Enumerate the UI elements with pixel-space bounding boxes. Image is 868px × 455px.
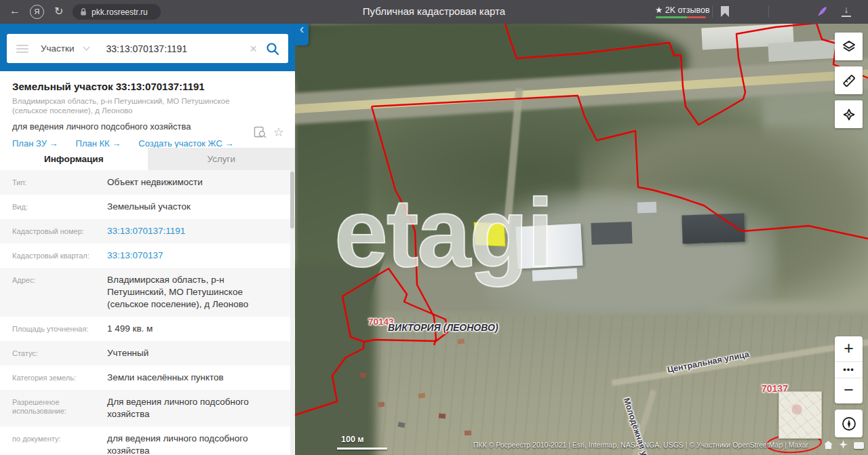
search-icon[interactable]: [265, 41, 280, 56]
house-roof: [439, 414, 446, 419]
table-row: Площадь уточненная:1 499 кв. м: [0, 317, 295, 341]
house-roof: [359, 372, 367, 378]
boundary-snt-tail: [295, 342, 364, 415]
street-label-central: Центральная улица: [667, 349, 750, 374]
street-label-molodezhnaya: Молодёжная улица: [622, 397, 656, 455]
layers-button[interactable]: [835, 33, 863, 60]
table-row: Кадастровый номер:33:13:070137:1191: [0, 219, 295, 243]
table-row: Вид:Земельный участок: [0, 195, 295, 219]
parcel-card: Земельный участок 33:13:070137:1191 Влад…: [0, 71, 295, 149]
extract-search-icon[interactable]: [254, 126, 267, 138]
satellite-field: [580, 125, 868, 302]
house-roof: [397, 422, 405, 428]
create-zhs-link[interactable]: Создать участок ЖС →: [138, 138, 233, 149]
zoom-in-button[interactable]: +: [835, 336, 863, 361]
warehouse-building: [532, 268, 578, 281]
compass-icon: [840, 415, 858, 433]
maxar-scribble: [766, 433, 821, 454]
crosshair-star-icon: [841, 106, 857, 123]
satellite-forest: [295, 24, 688, 105]
ruler-icon: [841, 73, 857, 89]
selected-parcel-highlight[interactable]: [474, 222, 505, 246]
quarter-number-label: 70143: [368, 317, 394, 327]
map-canvas[interactable]: etagi 70143 ВИКТОРИЯ (ЛЕОНОВО) 70137 Цен…: [295, 24, 868, 455]
search-area: Участки 33:13:070137:1191 ×: [0, 24, 295, 71]
house-roof: [418, 393, 425, 399]
table-row: Разрешенное использование:Для ведения ли…: [0, 390, 295, 427]
my-location-button[interactable]: [835, 410, 863, 437]
cadastral-number-link[interactable]: 33:13:070137:1191: [107, 225, 284, 237]
plan-kk-link[interactable]: План КК →: [76, 138, 121, 149]
reviews-badge[interactable]: ★ 2K отзывов: [655, 5, 710, 15]
search-box: Участки 33:13:070137:1191 ×: [7, 34, 288, 63]
warehouse-building: [515, 224, 583, 269]
tabs-bar: Информация Услуги: [0, 148, 295, 170]
zoom-more-button[interactable]: •••: [835, 361, 863, 378]
highway-corridor: [295, 56, 868, 125]
scale-label: 100 м: [341, 435, 364, 444]
toolbar-divider: [712, 5, 713, 18]
tab-services[interactable]: Услуги: [148, 148, 296, 170]
search-category-dropdown[interactable]: Участки: [41, 43, 75, 54]
boundary-parcel-south: [372, 96, 868, 239]
satellite-forest: [295, 264, 376, 455]
etagi-watermark: etagi: [334, 185, 552, 281]
frame-icon: [854, 442, 864, 449]
building: [701, 24, 793, 50]
molodezhnaya-road: [620, 390, 656, 455]
house-roof: [458, 338, 465, 344]
clear-search-icon[interactable]: ×: [250, 41, 257, 56]
pkk-app-window: ← Я ↻ pkk.rosreestr.ru Публичная кадастр…: [0, 0, 868, 455]
cadastral-quarter-link[interactable]: 33:13:070137: [107, 250, 284, 262]
boundary-snt-polygon: [342, 269, 448, 342]
building: [768, 39, 844, 62]
reviews-rating-bar: [656, 16, 706, 18]
position-button[interactable]: [835, 100, 863, 128]
page-title: Публичная кадастровая карта: [0, 5, 868, 17]
building: [682, 213, 745, 243]
cadastral-boundaries-layer: [295, 24, 868, 455]
boundary-road-north: [505, 24, 868, 125]
building: [637, 202, 657, 214]
home-icon: [824, 441, 833, 449]
download-icon[interactable]: ↓: [841, 4, 852, 17]
plan-zu-link[interactable]: План ЗУ →: [12, 138, 58, 149]
tab-information[interactable]: Информация: [0, 148, 148, 170]
satellite-field: [370, 95, 763, 264]
scale-bar: [337, 448, 387, 450]
table-row: Категория земель:Земли населённых пункто…: [0, 365, 295, 390]
chevron-down-icon[interactable]: [83, 44, 90, 51]
satellite-forest: [295, 24, 512, 455]
snt-name-label: ВИКТОРИЯ (ЛЕОНОВО): [388, 322, 498, 333]
measure-button[interactable]: [835, 66, 863, 94]
zoom-out-button[interactable]: −: [835, 378, 863, 403]
menu-icon[interactable]: [16, 43, 28, 55]
central-street-road: [612, 338, 868, 386]
layers-icon: [841, 39, 857, 55]
browser-toolbar: ← Я ↻ pkk.rosreestr.ru Публичная кадастр…: [0, 0, 868, 24]
sparkle-icon: [839, 440, 848, 449]
house-roof: [378, 401, 385, 407]
parcel-location: Владимирская область, р-н Петушинский, М…: [12, 97, 267, 115]
satellite-village-texture: [295, 315, 868, 455]
table-row: Кадастровый квартал:33:13:070137: [0, 243, 295, 268]
parcel-permitted-use: для ведения личного подсобного хозяйства: [12, 121, 283, 132]
house-roof: [410, 321, 418, 327]
table-row: Адрес:Владимирская область, р-н Петушинс…: [0, 268, 295, 317]
overview-minimap: [778, 391, 822, 439]
quarter-number-label: 70137: [762, 383, 788, 394]
search-input[interactable]: 33:13:070137:1191: [106, 43, 250, 54]
panel-scrollbar[interactable]: [290, 170, 294, 455]
highway-road: [295, 68, 868, 115]
house-roof: [465, 431, 471, 436]
satellite-clearing: [485, 190, 776, 332]
favorite-star-icon[interactable]: ☆: [273, 126, 284, 138]
map-attribution: ПКК © Росреестр 2010-2021 | Esri, Interm…: [473, 441, 808, 449]
table-row: по документу:для ведения личного подсобн…: [0, 427, 295, 455]
info-panel: Участки 33:13:070137:1191 × Земельный уч…: [0, 24, 295, 455]
toolbar-divider: [768, 5, 769, 18]
table-row: Статус:Учтенный: [0, 341, 295, 365]
boundary-parcel-west: [372, 106, 436, 345]
yandex-feather-icon[interactable]: [816, 5, 829, 18]
satellite-village: [295, 312, 868, 455]
